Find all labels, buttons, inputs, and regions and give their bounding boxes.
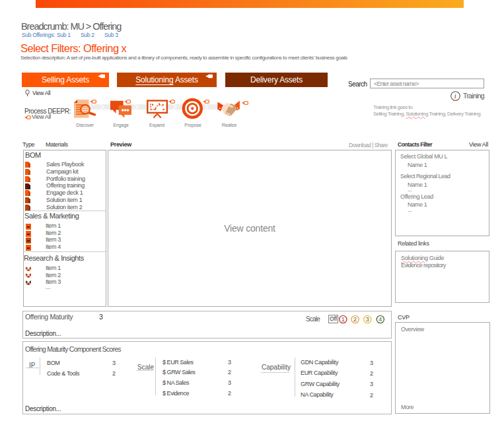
svg-text:4: 4 (378, 316, 382, 323)
svg-text:1: 1 (342, 316, 345, 323)
svg-text:i: i (454, 92, 456, 100)
svg-text:3: 3 (366, 316, 369, 323)
svg-text:2: 2 (353, 316, 357, 323)
